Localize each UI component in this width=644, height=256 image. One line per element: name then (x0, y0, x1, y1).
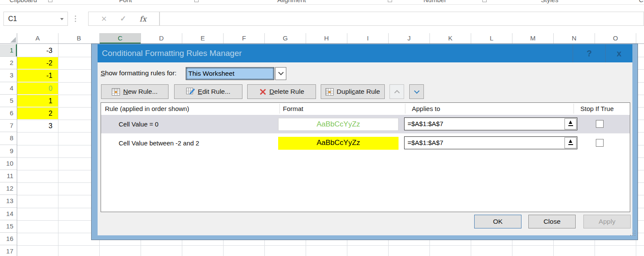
scope-dropdown[interactable]: This Worksheet (186, 67, 274, 80)
ribbon-group-label: C (639, 0, 644, 3)
new-rule-button[interactable]: New Rule... (101, 84, 169, 99)
row-header-8[interactable]: 8 (0, 132, 17, 145)
table-pencil-icon (186, 88, 195, 96)
row-header-13[interactable]: 13 (0, 195, 17, 207)
rule-description: Cell Value = 0 (119, 115, 159, 133)
name-box[interactable]: C1 (3, 12, 68, 26)
chevron-up-icon (394, 90, 400, 96)
collapse-dialog-button[interactable] (564, 118, 577, 130)
column-header-C[interactable]: C (100, 33, 141, 43)
column-header-E[interactable]: E (182, 33, 224, 43)
header-separator (279, 104, 280, 114)
select-all-corner[interactable] (0, 33, 17, 43)
column-header-H[interactable]: H (306, 33, 347, 43)
applies-to-field[interactable]: =$A$1:$A$7 (404, 117, 577, 130)
row-header-14[interactable]: 14 (0, 208, 17, 220)
stop-if-true-checkbox[interactable] (596, 120, 604, 128)
cell-A2[interactable]: -2 (17, 57, 58, 69)
row-header-12[interactable]: 12 (0, 182, 17, 195)
dialog-title-bar[interactable]: Conditional Formatting Rules Manager ? x (98, 44, 632, 62)
formula-input[interactable] (159, 12, 644, 26)
column-header-D[interactable]: D (141, 33, 182, 43)
row-header-7[interactable]: 7 (0, 120, 17, 132)
row-header-5[interactable]: 5 (0, 95, 17, 107)
dialog-launcher-icon[interactable] (48, 0, 52, 2)
formula-bar-drag-handle[interactable] (75, 15, 77, 23)
cell-A4[interactable]: 0 (17, 83, 58, 94)
ribbon-group-label: Alignment (277, 0, 306, 3)
column-header-L[interactable]: L (471, 33, 512, 43)
close-button[interactable]: Close (528, 215, 576, 228)
header-separator (405, 104, 405, 114)
table-icon (325, 88, 334, 96)
column-header-K[interactable]: K (430, 33, 471, 43)
apply-button[interactable]: Apply (583, 215, 631, 228)
applies-to-field[interactable]: =$A$1:$A$7 (404, 136, 577, 149)
column-header-F[interactable]: F (224, 33, 265, 43)
column-header-A[interactable]: A (17, 33, 58, 43)
header-separator (573, 104, 574, 114)
row-header-2[interactable]: 2 (0, 57, 17, 69)
scope-dropdown-arrow[interactable] (275, 67, 286, 80)
dialog-launcher-icon[interactable] (482, 0, 487, 2)
row-header-4[interactable]: 4 (0, 82, 17, 95)
format-preview: AaBbCcYyZz (278, 137, 399, 150)
dialog-launcher-icon[interactable] (194, 0, 199, 2)
cell-A1[interactable]: -3 (17, 45, 58, 56)
header-rule: Rule (applied in order shown) (105, 103, 189, 114)
row-header-10[interactable]: 10 (0, 157, 17, 170)
duplicate-rule-button[interactable]: Duplicate Rule (321, 84, 385, 99)
row-header-17[interactable]: 17 (0, 245, 17, 256)
range-select-icon (568, 120, 573, 128)
row-header-16[interactable]: 16 (0, 233, 17, 245)
row-header-1[interactable]: 1 (0, 44, 17, 57)
column-header-I[interactable]: I (347, 33, 389, 43)
dialog-help-button[interactable]: ? (573, 44, 605, 62)
rule-description: Cell Value between -2 and 2 (119, 134, 199, 152)
insert-function-icon[interactable]: fx (140, 15, 147, 23)
row-header-15[interactable]: 15 (0, 220, 17, 233)
ribbon-group-label: Font (119, 0, 132, 3)
column-header-J[interactable]: J (389, 33, 430, 43)
header-format: Format (283, 103, 304, 114)
row-header-3[interactable]: 3 (0, 69, 17, 82)
range-select-icon (568, 139, 573, 147)
rule-row[interactable]: Cell Value between -2 and 2AaBbCcYyZz=$A… (101, 134, 630, 152)
cell-A7[interactable]: 3 (17, 120, 58, 132)
rule-row[interactable]: Cell Value = 0AaBbCcYyZz=$A$1:$A$7 (101, 115, 630, 133)
name-box-dropdown-icon[interactable] (60, 18, 64, 20)
cell-A6[interactable]: 2 (17, 108, 58, 119)
ok-button[interactable]: OK (474, 215, 521, 228)
chevron-down-icon (278, 70, 284, 75)
excel-window: ClipboardFontAlignmentNumberStylesC C1 ×… (0, 0, 644, 256)
cell-A3[interactable]: -1 (17, 70, 58, 81)
gridline-h (17, 245, 644, 246)
column-header-O[interactable]: O (595, 33, 636, 43)
collapse-dialog-button[interactable] (564, 137, 577, 148)
row-header-6[interactable]: 6 (0, 107, 17, 120)
column-header-G[interactable]: G (265, 33, 306, 43)
dialog-launcher-icon[interactable] (388, 0, 392, 2)
move-rule-up-button[interactable] (389, 84, 404, 99)
cell-A5[interactable]: 1 (17, 95, 58, 107)
column-header-B[interactable]: B (58, 33, 100, 43)
table-icon (112, 88, 120, 96)
row-header-9[interactable]: 9 (0, 145, 17, 157)
name-box-value: C1 (8, 15, 17, 22)
stop-if-true-checkbox[interactable] (596, 139, 604, 147)
row-header-11[interactable]: 11 (0, 170, 17, 182)
move-rule-down-button[interactable] (409, 84, 424, 99)
delete-rule-button[interactable]: Delete Rule (247, 84, 316, 99)
resize-grip[interactable] (629, 230, 635, 236)
cancel-icon[interactable]: × (101, 12, 107, 25)
edit-rule-button[interactable]: Edit Rule... (174, 84, 242, 99)
column-header-N[interactable]: N (554, 33, 595, 43)
gridline-v (58, 44, 58, 256)
dialog-close-button[interactable]: x (605, 44, 632, 62)
enter-icon[interactable]: ✓ (120, 14, 126, 23)
column-header-M[interactable]: M (512, 33, 554, 43)
dialog-content: Show formatting rules for: This Workshee… (98, 62, 632, 235)
show-formatting-rules-label: Show formatting rules for: (101, 69, 177, 77)
column-headers: ABCDEFGHIJKLMNO (0, 33, 644, 44)
chevron-down-icon (414, 88, 420, 94)
